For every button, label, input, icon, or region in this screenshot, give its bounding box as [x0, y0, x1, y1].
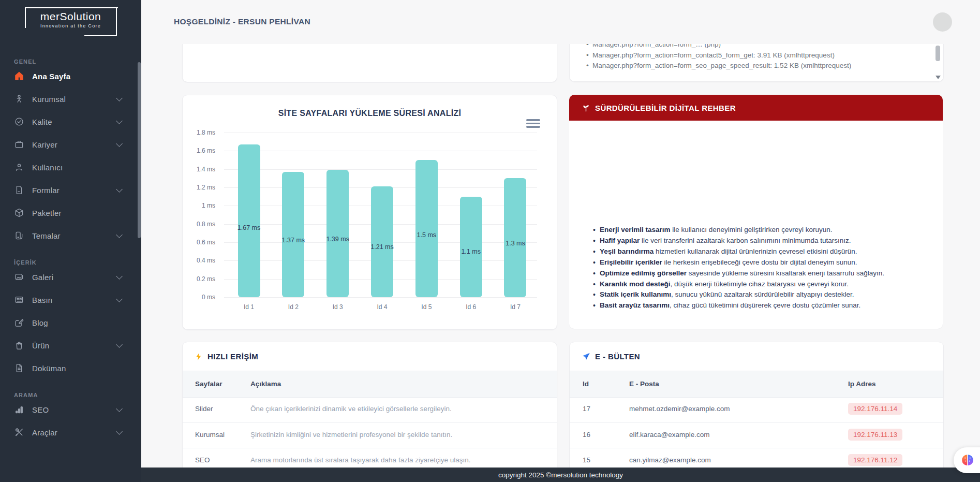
brand-logo-text: merSolution [25, 7, 117, 23]
quick-access-row[interactable]: SliderÖne çıkan içeriklerinizi dinamik v… [183, 397, 557, 423]
quick-access-row[interactable]: KurumsalŞirketinizin kimliğini ve hizmet… [183, 422, 557, 449]
tools-icon [14, 427, 24, 437]
sidebar-item-temalar[interactable]: Temalar [0, 224, 141, 247]
sidebar-item-ana-sayfa[interactable]: Ana Sayfa [0, 65, 141, 87]
x-axis-tick-label: Id 6 [453, 303, 489, 311]
newsletter-table-head: Id E - Posta Ip Adres [570, 371, 943, 398]
topbar: HOŞGELDİNİZ - ERSUN PEHLİVAN [141, 0, 980, 44]
quick-access-page: Slider [195, 405, 213, 413]
y-axis-tick-label: 1.6 ms [183, 147, 215, 154]
gridline [224, 133, 537, 133]
sidebar-item-label: Kullanıcı [32, 163, 63, 172]
sidebar-item-label: SEO [32, 405, 49, 414]
sidebar-item-label: Kariyer [32, 140, 57, 149]
brand-logo: merSolution Innovation at the Core [25, 7, 117, 35]
quick-access-page: SEO [195, 456, 210, 464]
paper-plane-icon [582, 352, 590, 361]
sidebar-item-label: Ürün [32, 341, 49, 350]
quick-access-page: Kurumsal [195, 431, 225, 439]
assistant-float-button[interactable] [954, 447, 980, 473]
ip-address-badge: 192.176.11.12 [848, 454, 902, 466]
y-axis-tick-label: 1.8 ms [183, 129, 215, 136]
x-axis-tick-label: Id 2 [275, 303, 311, 311]
newsletter-id: 17 [583, 405, 590, 413]
gridline [224, 151, 537, 151]
col-header-email: E - Posta [629, 380, 659, 388]
sidebar-item-ara-lar[interactable]: Araçlar [0, 421, 141, 444]
sidebar-item-blog[interactable]: Blog [0, 311, 141, 334]
newsletter-email: can.yilmaz@example.com [629, 456, 711, 464]
footer-copyright: copyright 2025 ©mersolution technology [498, 471, 623, 479]
sustainability-item: Optimize edilmiş görseller sayesinde yük… [593, 268, 928, 279]
sidebar-scrollbar-thumb[interactable] [138, 62, 141, 238]
col-header-description: Açıklama [250, 380, 281, 388]
edit-icon [14, 317, 24, 328]
gridline [224, 169, 537, 170]
bar-value-label: 1.1 ms [453, 248, 489, 255]
sustainability-item: Statik içerik kullanımı, sunucu yükünü a… [593, 289, 928, 300]
sidebar-item-label: Kurumsal [32, 95, 66, 104]
sidebar-item-label: Araçlar [32, 428, 57, 437]
sustainability-list: Enerji verimli tasarım ile kullanıcı den… [593, 225, 928, 311]
sidebar-item-paketler[interactable]: Paketler [0, 201, 141, 224]
sidebar-section-label: ARAMA [14, 392, 141, 398]
sidebar-item-kariyer[interactable]: Kariyer [0, 133, 141, 156]
newsletter-row: 16elif.karaca@example.com192.176.11.13 [570, 422, 943, 449]
sustainability-item: Yeşil barındırma hizmetleri kullanarak d… [593, 246, 928, 257]
sidebar-item-label: Blog [32, 318, 48, 327]
person-badge-icon [14, 94, 24, 104]
chevron-down-icon [116, 341, 123, 348]
sidebar-item-kalite[interactable]: Kalite [0, 110, 141, 133]
sidebar-section-label: GENEL [14, 59, 141, 65]
quick-access-table-head: Sayfalar Açıklama [183, 371, 557, 398]
bar-value-label: 1.37 ms [275, 237, 311, 244]
newsletter-title: E - BÜLTEN [595, 352, 640, 361]
chart-menu-icon[interactable] [526, 119, 540, 129]
sidebar-item-label: Formlar [32, 186, 60, 195]
chart-bar [238, 144, 260, 297]
card-top-left-clipped [182, 44, 557, 82]
home-icon [14, 71, 24, 81]
y-axis-tick-label: 0 ms [183, 294, 215, 301]
quick-access-header: HIZLI ERİŞİM [183, 342, 557, 371]
avatar[interactable] [933, 12, 952, 32]
ip-address-badge: 192.176.11.14 [848, 403, 902, 415]
badge-check-icon [14, 116, 24, 127]
sprout-icon [582, 104, 590, 112]
sidebar-item-kurumsal[interactable]: Kurumsal [0, 87, 141, 110]
log-scrollbar-thumb[interactable] [936, 46, 940, 61]
package-icon [14, 208, 24, 218]
chevron-down-icon [116, 140, 123, 147]
sustainability-item: Erişilebilir içerikler ile herkesin eriş… [593, 257, 928, 268]
sustainability-card-title: SÜRDÜRÜLEBİLİR DİJİTAL REHBER [595, 104, 736, 112]
sustainability-card-header: SÜRDÜRÜLEBİLİR DİJİTAL REHBER [569, 95, 943, 121]
sustainability-item: Karanlık mod desteği, düşük enerji tüket… [593, 279, 928, 290]
sidebar-item-formlar[interactable]: Formlar [0, 179, 141, 201]
sidebar-item-dok-man[interactable]: Doküman [0, 357, 141, 379]
card-network-log: Manager.php?form_action=form_… (php)Mana… [569, 44, 944, 82]
y-axis-tick-label: 0.4 ms [183, 257, 215, 264]
newsletter-id: 15 [583, 456, 590, 464]
user-icon [14, 162, 24, 172]
newsletter-row: 17mehmet.ozdemir@example.com192.176.11.1… [570, 397, 943, 423]
bolt-icon [195, 353, 203, 361]
card-load-time-chart: SİTE SAYFALARI YÜKLEME SÜRESİ ANALİZİ 1.… [182, 95, 557, 330]
sidebar-item-seo[interactable]: SEO [0, 398, 141, 421]
sidebar-item-bas-n[interactable]: Basın [0, 288, 141, 311]
page-title: HOŞGELDİNİZ - ERSUN PEHLİVAN [174, 17, 310, 26]
sidebar-item-galeri[interactable]: Galeri [0, 266, 141, 288]
scroll-down-arrow-icon[interactable] [936, 76, 941, 79]
sidebar-item-kullan-c[interactable]: Kullanıcı [0, 156, 141, 179]
newsletter-header: E - BÜLTEN [570, 342, 943, 371]
y-axis-tick-label: 1.4 ms [183, 166, 215, 173]
chart-bar [415, 160, 438, 297]
x-axis-tick-label: Id 7 [497, 303, 533, 311]
chevron-down-icon [116, 273, 123, 280]
log-item: Manager.php?form_action=form_contact5_fo… [586, 50, 923, 61]
document-icon [14, 363, 24, 373]
bar-value-label: 1.21 ms [364, 243, 400, 251]
brain-icon [960, 453, 975, 468]
sidebar-item-r-n[interactable]: Ürün [0, 334, 141, 357]
bar-value-label: 1.5 ms [408, 231, 444, 239]
x-axis-tick-label: Id 3 [320, 303, 356, 311]
